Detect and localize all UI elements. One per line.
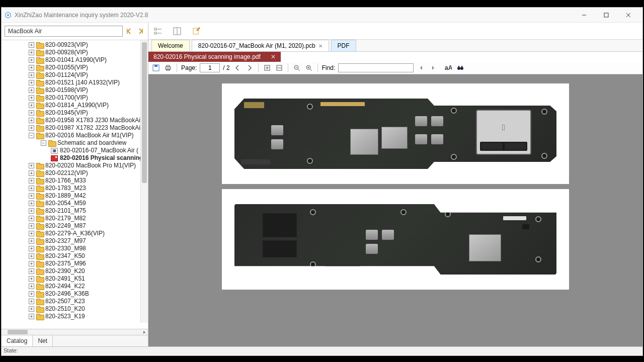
expand-icon[interactable]: + xyxy=(29,125,34,131)
expand-icon[interactable]: + xyxy=(29,253,34,259)
zoom-in-icon[interactable] xyxy=(304,63,313,72)
tree-item[interactable]: +820-2279-A_K36(VIP) xyxy=(3,230,148,237)
expand-icon[interactable]: + xyxy=(29,87,34,93)
expand-icon[interactable]: + xyxy=(29,231,34,236)
find-next-icon[interactable] xyxy=(429,63,438,72)
tree-item[interactable]: +820-2179_M82 xyxy=(3,215,148,222)
close-icon[interactable]: ✕ xyxy=(318,43,323,49)
expand-icon[interactable]: + xyxy=(29,268,34,274)
tree-item[interactable]: +820-01958 X1783 J230 MacBookAir xyxy=(3,117,148,124)
find-prev-icon[interactable] xyxy=(417,63,426,72)
tree-item[interactable]: +820-2494_K22 xyxy=(3,283,148,290)
close-button[interactable] xyxy=(617,8,639,22)
tree-item[interactable]: +820-01700(VIP) xyxy=(3,94,148,102)
expand-icon[interactable]: + xyxy=(29,50,34,55)
tree-item[interactable]: +820-00923(VIP) xyxy=(3,41,148,49)
binoculars-icon[interactable] xyxy=(456,63,465,72)
catalog-tree[interactable]: +820-00923(VIP)+820-00928(VIP)+820-01041… xyxy=(2,40,148,321)
tree-item[interactable]: +820-02020 MacBook Pro M1(VIP) xyxy=(3,162,148,169)
tree-item[interactable]: +820-01598(VIP) xyxy=(3,86,148,94)
tree-item[interactable]: +820-1766_M33 xyxy=(3,177,148,185)
page-next-icon[interactable] xyxy=(245,63,254,72)
pdf-subtab[interactable]: 820-02016 Physical scanning image.pdf ✕ xyxy=(148,52,281,62)
expand-icon[interactable]: + xyxy=(29,193,34,199)
tree-item[interactable]: +820-2496_K36B xyxy=(3,290,148,298)
search-input[interactable] xyxy=(5,26,123,37)
tree-toggle-icon[interactable] xyxy=(153,27,163,36)
expand-icon[interactable]: + xyxy=(29,163,34,168)
tree-item[interactable]: +820-01521 j140 A1932(VIP) xyxy=(3,79,148,86)
expand-icon[interactable]: + xyxy=(29,178,34,184)
tree-hscroll[interactable] xyxy=(2,329,148,335)
tree-item[interactable]: +820-2330_M98 xyxy=(3,245,148,252)
tree-item[interactable]: +820-2101_M75 xyxy=(3,207,148,215)
find-input[interactable] xyxy=(338,63,414,72)
minimize-button[interactable] xyxy=(573,8,595,22)
tree-item[interactable]: +820-2390_K20 xyxy=(3,267,148,275)
tree-item[interactable]: +820-01814_A1990(VIP) xyxy=(3,102,148,109)
pdf-viewer[interactable]:  xyxy=(148,74,642,346)
expand-icon[interactable]: + xyxy=(29,246,34,251)
tree-item[interactable]: +820-2347_K50 xyxy=(3,252,148,260)
expand-icon[interactable]: + xyxy=(29,42,34,48)
expand-icon[interactable]: + xyxy=(29,284,34,289)
fit-page-icon[interactable] xyxy=(263,63,272,72)
tree-item[interactable]: +820-02212(VIP) xyxy=(3,169,148,177)
expand-icon[interactable]: + xyxy=(29,118,34,123)
expand-icon[interactable]: + xyxy=(29,291,34,297)
expand-icon[interactable]: + xyxy=(29,216,34,221)
layout-icon[interactable] xyxy=(173,27,182,36)
tree-item[interactable]: +820-00928(VIP) xyxy=(3,49,148,56)
edit-note-icon[interactable] xyxy=(192,27,201,36)
tree-item[interactable]: +820-01987 X1782 J223 MacBookAir xyxy=(3,124,148,132)
print-icon[interactable] xyxy=(164,63,173,72)
find-text-icon[interactable]: aA xyxy=(444,63,453,72)
tree-item[interactable]: +820-01945(VIP) xyxy=(3,109,148,117)
tree-item[interactable]: +820-2375_M96 xyxy=(3,260,148,267)
expand-icon[interactable]: + xyxy=(29,110,34,116)
expand-icon[interactable]: + xyxy=(29,57,34,63)
tree-item[interactable]: +820-2510_K20 xyxy=(3,305,148,313)
expand-icon[interactable]: + xyxy=(29,223,34,229)
tree-item[interactable]: +820-01041 A1990(VIP) xyxy=(3,56,148,64)
zoom-out-icon[interactable] xyxy=(292,63,301,72)
expand-icon[interactable]: + xyxy=(29,103,34,108)
page-input[interactable] xyxy=(200,63,220,72)
expand-icon[interactable]: + xyxy=(29,186,34,191)
expand-icon[interactable]: + xyxy=(29,208,34,214)
expand-icon[interactable]: + xyxy=(29,170,34,176)
fit-width-icon[interactable] xyxy=(275,63,284,72)
expand-icon[interactable]: + xyxy=(29,80,34,85)
expand-icon[interactable]: + xyxy=(29,314,34,319)
tree-item[interactable]: +820-2491_K51 xyxy=(3,275,148,283)
expand-icon[interactable]: + xyxy=(29,65,34,70)
expand-icon[interactable]: + xyxy=(29,306,34,312)
prev-match-icon[interactable] xyxy=(125,27,134,36)
maximize-button[interactable] xyxy=(595,8,617,22)
page-prev-icon[interactable] xyxy=(233,63,242,72)
tab-catalog[interactable]: Catalog xyxy=(2,335,33,346)
tab-welcome[interactable]: Welcome xyxy=(151,40,190,51)
collapse-icon[interactable]: − xyxy=(29,133,34,138)
tree-item[interactable]: ▦820-02016-07_MacBook Air ( xyxy=(3,147,148,154)
tree-item[interactable]: +820-2523_K19 xyxy=(3,313,148,320)
save-icon[interactable] xyxy=(151,63,160,72)
tree-item[interactable]: +820-01124(VIP) xyxy=(3,71,148,79)
expand-icon[interactable]: + xyxy=(29,276,34,282)
tree-vscroll[interactable] xyxy=(140,40,148,323)
expand-icon[interactable]: + xyxy=(29,72,34,78)
next-match-icon[interactable] xyxy=(136,27,145,36)
tree-item[interactable]: −Schematic and boardview xyxy=(3,139,148,147)
tree-item[interactable]: +820-1889_M42 xyxy=(3,192,148,200)
tree-item[interactable]: +820-2507_K23 xyxy=(3,298,148,305)
tree-item[interactable]: +820-2327_M97 xyxy=(3,237,148,245)
tree-item[interactable]: +820-01055(VIP) xyxy=(3,64,148,71)
expand-icon[interactable]: + xyxy=(29,299,34,304)
tab-net[interactable]: Net xyxy=(33,335,53,346)
tree-item[interactable]: 820-02016 Physical scanning xyxy=(3,154,148,162)
tree-item[interactable]: +820-1783_M23 xyxy=(3,185,148,192)
expand-icon[interactable]: + xyxy=(29,261,34,266)
tab-pcb-file[interactable]: 820-02016-07_MacBook Air (M1, 2020).pcb✕ xyxy=(192,40,329,51)
tree-item[interactable]: +820-2249_M87 xyxy=(3,222,148,230)
expand-icon[interactable]: + xyxy=(29,95,34,101)
